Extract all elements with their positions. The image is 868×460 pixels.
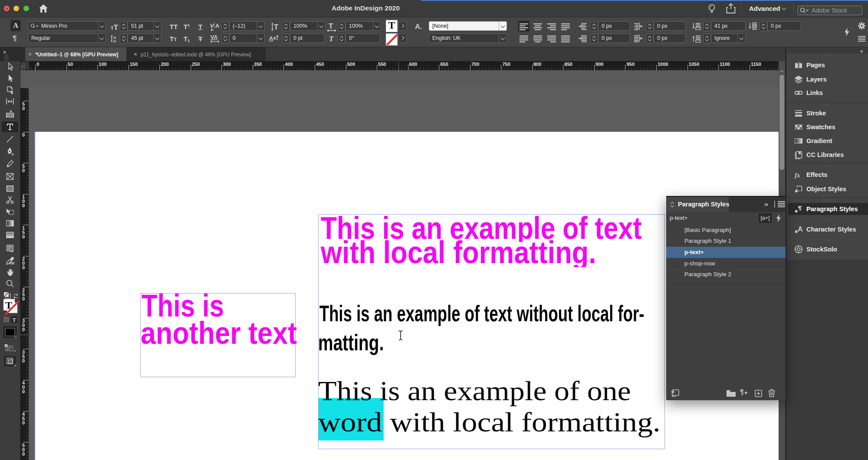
svg-text:T: T bbox=[13, 316, 16, 323]
svg-text:T: T bbox=[329, 22, 333, 30]
svg-text:A: A bbox=[269, 35, 273, 42]
svg-text:a: a bbox=[273, 36, 276, 40]
svg-text:VA: VA bbox=[210, 34, 217, 40]
svg-text:T: T bbox=[274, 23, 279, 31]
svg-text:A: A bbox=[798, 225, 803, 233]
svg-text:A: A bbox=[113, 39, 116, 43]
svg-text:fx: fx bbox=[795, 172, 800, 179]
svg-text:A: A bbox=[215, 23, 220, 29]
svg-text:V: V bbox=[210, 23, 214, 29]
